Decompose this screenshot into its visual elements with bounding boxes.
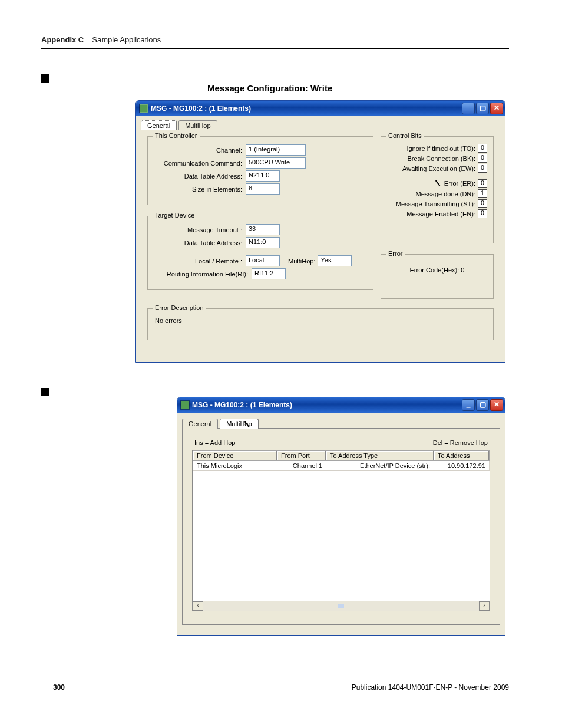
group-title: Target Device	[153, 212, 197, 219]
channel-label: Channel:	[154, 147, 246, 154]
group-error: Error Error Code(Hex): 0	[381, 254, 494, 299]
local-remote-field[interactable]: Local	[246, 255, 280, 266]
dta-label: Data Table Address:	[154, 173, 246, 180]
channel-field[interactable]: 1 (Integral)	[246, 144, 306, 156]
scroll-thumb[interactable]	[338, 604, 344, 608]
cursor-icon	[244, 420, 251, 429]
cb-ew-label: Awaiting Execution (EW):	[402, 165, 475, 172]
tgt-dta-label: Data Table Address:	[154, 239, 246, 246]
close-button[interactable]: ✕	[490, 399, 503, 411]
group-this-controller: This Controller Channel: 1 (Integral) Co…	[147, 136, 373, 205]
cb-er-value[interactable]: 0	[478, 179, 487, 188]
group-error-desc: Error Description No errors	[147, 308, 494, 340]
tab-general[interactable]: General	[182, 419, 218, 429]
local-remote-label: Local / Remote :	[154, 258, 246, 265]
group-target-device: Target Device Message Timeout : 33 Data …	[147, 216, 373, 290]
header-rule	[41, 48, 509, 49]
comm-cmd-label: Communication Command:	[154, 160, 246, 167]
app-icon	[140, 104, 148, 113]
minimize-button[interactable]: _	[462, 103, 475, 114]
col-to-addr-type[interactable]: To Address Type	[326, 451, 434, 461]
size-field[interactable]: 8	[246, 183, 280, 195]
error-desc-text: No errors	[154, 315, 487, 331]
msg-dialog-multihop: MSG - MG100:2 : (1 Elements) _ ▢ ✕ Gener…	[177, 397, 505, 636]
page-number: 300	[53, 683, 65, 691]
dialog-title: MSG - MG100:2 : (1 Elements)	[192, 401, 462, 409]
error-code: Error Code(Hex): 0	[387, 266, 487, 274]
col-from-device[interactable]: From Device	[193, 451, 277, 461]
group-title: Error	[386, 250, 405, 257]
cell-from-device: This MicroLogix	[193, 461, 277, 471]
cb-to-value[interactable]: 0	[478, 144, 487, 153]
msg-timeout-field[interactable]: 33	[246, 224, 280, 235]
app-icon	[181, 401, 189, 409]
minimize-button[interactable]: _	[462, 399, 475, 411]
tgt-dta-field[interactable]: N11:0	[246, 237, 280, 248]
cb-bk-label: Break Connection (BK):	[407, 155, 475, 162]
cb-en-value[interactable]: 0	[478, 209, 487, 218]
size-label: Size in Elements:	[154, 186, 246, 193]
cell-from-port: Channel 1	[277, 461, 326, 471]
cb-er-label: Error (ER):	[444, 180, 475, 187]
revision-marker-icon	[41, 74, 49, 83]
header-appendix: Appendix C	[41, 35, 84, 44]
msg-timeout-label: Message Timeout :	[154, 226, 246, 233]
hop-table[interactable]: From Device From Port To Address Type To…	[192, 450, 490, 611]
scroll-left-button[interactable]: ‹	[193, 601, 203, 611]
cell-to-addr-type: EtherNet/IP Device (str):	[326, 461, 434, 471]
maximize-button[interactable]: ▢	[476, 103, 489, 114]
comm-cmd-field[interactable]: 500CPU Write	[246, 157, 306, 169]
cb-dn-label: Message done (DN):	[416, 190, 476, 197]
cell-to-addr: 10.90.172.91	[434, 461, 490, 471]
msg-dialog-general: MSG - MG100:2 : (1 Elements) _ ▢ ✕ Gener…	[135, 100, 505, 363]
table-row[interactable]: This MicroLogix Channel 1 EtherNet/IP De…	[193, 461, 490, 471]
group-title: Control Bits	[386, 132, 424, 139]
group-title: This Controller	[153, 132, 200, 139]
cb-ew-value[interactable]: 0	[478, 164, 487, 173]
cursor-icon	[435, 179, 442, 188]
group-control-bits: Control Bits Ignore if timed out (TO):0 …	[381, 136, 494, 243]
col-to-addr[interactable]: To Address	[434, 451, 490, 461]
cb-to-label: Ignore if timed out (TO):	[406, 145, 475, 152]
tab-general[interactable]: General	[141, 120, 177, 130]
multihop-label: MultiHop:	[288, 258, 315, 265]
group-title: Error Description	[153, 304, 206, 311]
cb-dn-value[interactable]: 1	[478, 189, 487, 198]
revision-marker-icon	[41, 388, 49, 396]
publication-id: Publication 1404-UM001F-EN-P - November …	[352, 683, 509, 691]
horizontal-scrollbar[interactable]: ‹ ›	[193, 601, 490, 611]
close-button[interactable]: ✕	[490, 103, 503, 114]
cb-bk-value[interactable]: 0	[478, 154, 487, 163]
header-chapter: Sample Applications	[92, 35, 161, 44]
cb-st-value[interactable]: 0	[478, 199, 487, 208]
dialog-title: MSG - MG100:2 : (1 Elements)	[151, 104, 462, 113]
dta-field[interactable]: N211:0	[246, 170, 280, 182]
col-from-port[interactable]: From Port	[277, 451, 326, 461]
tab-multihop[interactable]: MultiHop	[220, 419, 258, 429]
cb-st-label: Message Transmitting (ST):	[396, 200, 475, 207]
maximize-button[interactable]: ▢	[476, 399, 489, 411]
multihop-field[interactable]: Yes	[318, 255, 352, 266]
scroll-right-button[interactable]: ›	[479, 601, 490, 611]
hint-ins: Ins = Add Hop	[194, 439, 235, 446]
hint-del: Del = Remove Hop	[433, 439, 488, 446]
rif-label: Routing Information File(RI):	[154, 271, 252, 278]
cb-en-label: Message Enabled (EN):	[406, 210, 475, 218]
rif-field[interactable]: RI11:2	[252, 268, 286, 279]
tab-multihop[interactable]: MultiHop	[178, 120, 217, 130]
section-title: Message Configuration: Write	[207, 83, 509, 93]
table-header-row: From Device From Port To Address Type To…	[193, 451, 490, 461]
